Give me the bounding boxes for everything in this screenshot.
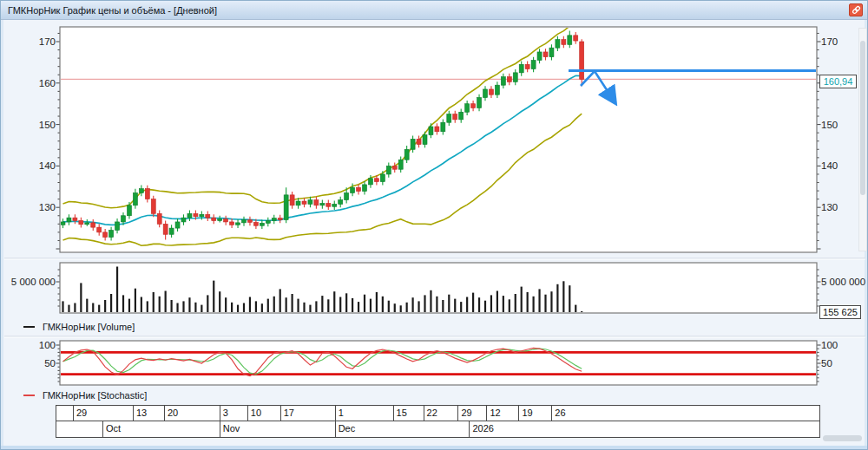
date-axis-table: 291320310171152229121926 OctNovDec2026 bbox=[56, 405, 820, 438]
volume-axis-tick-label: 5 000 000 bbox=[821, 277, 865, 287]
window-titlebar[interactable]: ГМКНорНик График цены и объёма - [Дневно… bbox=[1, 1, 867, 20]
date-cell-month: 2026 bbox=[470, 421, 819, 437]
date-cell-day: 13 bbox=[134, 406, 165, 421]
volume-axis-tick-label: 5 000 000 bbox=[11, 277, 56, 287]
last-volume-flag: 155 625 bbox=[819, 305, 861, 319]
window-title: ГМКНорНик График цены и объёма - [Дневно… bbox=[8, 5, 217, 16]
price-axis-tick-label: 170 bbox=[821, 36, 838, 47]
stochastic-legend-label: ГМКНорНик [Stochastic] bbox=[43, 390, 147, 401]
date-cell-day: 29 bbox=[458, 406, 487, 421]
date-cell-day: 26 bbox=[552, 406, 819, 421]
volume-legend-label: ГМКНорНик [Volume] bbox=[43, 322, 135, 332]
stochastic-axis-tick-label: 100 bbox=[39, 340, 56, 350]
chart-canvas[interactable]: 1301301401401501501601601701705 000 0005… bbox=[1, 1, 868, 450]
date-cell-day: 12 bbox=[487, 406, 519, 421]
date-cell-day: 20 bbox=[165, 406, 220, 421]
date-cell-month: Nov bbox=[220, 421, 336, 437]
price-axis-tick-label: 140 bbox=[821, 160, 838, 171]
price-axis-tick-label: 130 bbox=[39, 202, 56, 212]
chart-window: ГМКНорНик График цены и объёма - [Дневно… bbox=[0, 0, 868, 450]
chain-link-glyph bbox=[852, 5, 861, 15]
date-axis-days-row: 291320310171152229121926 bbox=[56, 406, 819, 421]
stochastic-legend-dash bbox=[23, 395, 35, 396]
last-price-flag: 160,94 bbox=[819, 75, 857, 88]
stochastic-axis-tick-label: 50 bbox=[44, 358, 56, 368]
vertical-scrollbar-thumb[interactable] bbox=[860, 41, 865, 195]
volume-legend-dash bbox=[23, 326, 35, 328]
date-cell-day: 3 bbox=[220, 406, 248, 421]
date-cell-month: Dec bbox=[336, 421, 470, 437]
date-cell-day: 10 bbox=[248, 406, 281, 421]
stochastic-axis-tick-label: 100 bbox=[821, 340, 838, 350]
price-axis-tick-label: 160 bbox=[39, 78, 56, 88]
date-cell-month: Oct bbox=[103, 421, 220, 437]
date-cell-day bbox=[56, 406, 74, 421]
vertical-scrollbar[interactable] bbox=[858, 28, 867, 251]
stochastic-legend: ГМКНорНик [Stochastic] bbox=[23, 390, 147, 401]
date-cell-day: 15 bbox=[394, 406, 424, 421]
date-cell-month bbox=[56, 421, 103, 437]
date-cell-day: 22 bbox=[424, 406, 459, 421]
price-axis-tick-label: 150 bbox=[821, 120, 838, 130]
date-axis-months-row: OctNovDec2026 bbox=[56, 421, 819, 437]
volume-legend: ГМКНорНик [Volume] bbox=[23, 322, 135, 332]
date-cell-day: 17 bbox=[281, 406, 336, 421]
stochastic-axis-tick-label: 50 bbox=[821, 358, 832, 368]
date-cell-day: 29 bbox=[74, 406, 134, 421]
date-cell-day: 19 bbox=[519, 406, 552, 421]
price-axis-tick-label: 130 bbox=[821, 202, 838, 212]
horizontal-scrollbar-thumb[interactable] bbox=[823, 435, 862, 441]
chain-link-icon[interactable] bbox=[849, 3, 863, 16]
price-axis-tick-label: 140 bbox=[39, 160, 56, 171]
date-cell-day: 1 bbox=[336, 406, 394, 421]
price-axis-tick-label: 170 bbox=[39, 36, 56, 47]
price-axis-tick-label: 150 bbox=[39, 120, 56, 130]
